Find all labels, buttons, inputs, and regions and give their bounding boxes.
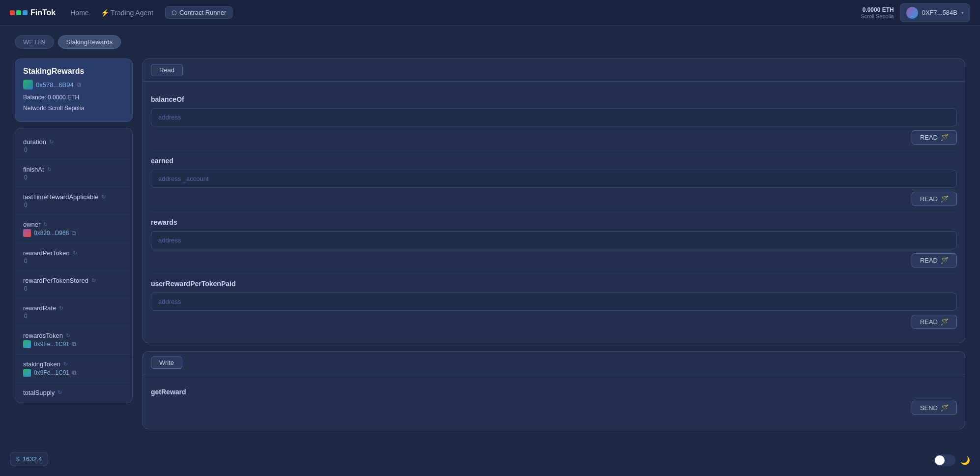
theme-toggle-switch[interactable]	[934, 454, 955, 466]
contract-balance: Balance: 0.0000 ETH	[23, 92, 124, 103]
logo-green-block	[16, 10, 21, 15]
fn-rewards-address-input[interactable]	[151, 231, 957, 249]
contract-address: 0x578...6B94 ⧉	[23, 80, 124, 89]
layout: StakingRewards 0x578...6B94 ⧉ Balance: 0…	[15, 59, 965, 429]
main-content: WETH9 StakingRewards StakingRewards 0x57…	[0, 26, 980, 439]
copy-rewardstoken-icon[interactable]: ⧉	[72, 341, 77, 348]
methods-list: duration ↻ 0 finishAt ↻ 0	[15, 128, 133, 403]
fn-getreward: getReward SEND 🪄	[151, 382, 957, 421]
refresh-icon[interactable]: ↻	[58, 389, 62, 396]
read-wand-icon: 🪄	[941, 318, 949, 326]
fn-earned-read-button[interactable]: READ 🪄	[912, 192, 957, 206]
dollar-icon: $	[16, 456, 20, 463]
read-section-header: Read	[143, 59, 965, 82]
refresh-icon[interactable]: ↻	[73, 250, 77, 256]
fn-getreward-actions: SEND 🪄	[151, 401, 957, 415]
rewardstoken-avatar	[23, 340, 31, 348]
logo-red-block	[10, 10, 15, 15]
send-wand-icon: 🪄	[941, 404, 949, 412]
fn-balanceof: balanceOf READ 🪄	[151, 89, 957, 151]
navbar-right: 0.0000 ETH Scroll Sepolia 0XF7...584B ▾	[861, 3, 970, 22]
brand: FinTok	[10, 8, 56, 17]
brand-logo	[10, 10, 28, 15]
write-tab[interactable]: Write	[151, 357, 182, 369]
method-duration[interactable]: duration ↻ 0	[15, 134, 132, 157]
write-section: Write getReward SEND 🪄	[143, 351, 965, 429]
write-section-body: getReward SEND 🪄	[143, 374, 965, 429]
wallet-address: 0XF7...584B	[922, 9, 957, 16]
contract-tabs: WETH9 StakingRewards	[15, 35, 965, 49]
method-rewardpertokenstored[interactable]: rewardPerTokenStored ↻ 0	[15, 273, 132, 296]
toggle-knob	[935, 455, 945, 465]
nav-trading-agent[interactable]: ⚡ Trading Agent	[101, 9, 153, 17]
fn-userrewardpertokenpaid-actions: READ 🪄	[151, 315, 957, 329]
fn-balanceof-actions: READ 🪄	[151, 130, 957, 145]
right-panel: Read balanceOf READ 🪄	[143, 59, 965, 429]
fn-earned-name: earned	[151, 157, 957, 165]
method-rewardpertoken[interactable]: rewardPerToken ↻ 0	[15, 245, 132, 268]
method-lasttimereward[interactable]: lastTimeRewardApplicable ↻ 0	[15, 189, 132, 212]
fn-balanceof-read-button[interactable]: READ 🪄	[912, 130, 957, 145]
fn-balanceof-name: balanceOf	[151, 95, 957, 103]
method-stakingtoken[interactable]: stakingToken ↻ 0x9Fe...1C91 ⧉	[15, 357, 132, 381]
refresh-icon[interactable]: ↻	[59, 305, 63, 311]
contract-avatar	[23, 80, 33, 89]
tab-weth9[interactable]: WETH9	[15, 35, 54, 49]
refresh-icon[interactable]: ↻	[49, 139, 54, 145]
tab-staking-rewards[interactable]: StakingRewards	[58, 35, 121, 49]
fn-balanceof-address-input[interactable]	[151, 108, 957, 126]
write-section-header: Write	[143, 352, 965, 374]
contract-runner-icon: ⬡	[172, 9, 176, 16]
contract-network: Network: Scroll Sepolia	[23, 103, 124, 114]
method-owner[interactable]: owner ↻ 0x820...D968 ⧉	[15, 217, 132, 241]
method-rewardstoken[interactable]: rewardsToken ↻ 0x9Fe...1C91 ⧉	[15, 328, 132, 352]
refresh-icon[interactable]: ↻	[47, 166, 52, 173]
contract-meta: Balance: 0.0000 ETH Network: Scroll Sepo…	[23, 92, 124, 114]
read-section-body: balanceOf READ 🪄 earned	[143, 82, 965, 343]
fn-getreward-send-button[interactable]: SEND 🪄	[912, 401, 957, 415]
read-wand-icon: 🪄	[941, 257, 949, 264]
refresh-icon[interactable]: ↻	[63, 361, 68, 367]
eth-info: 0.0000 ETH Scroll Sepolia	[861, 6, 894, 19]
fn-userrewardpertokenpaid-read-button[interactable]: READ 🪄	[912, 315, 957, 329]
read-section: Read balanceOf READ 🪄	[143, 59, 965, 343]
refresh-icon[interactable]: ↻	[43, 221, 48, 228]
contract-name: StakingRewards	[23, 67, 124, 76]
navbar: FinTok Home ⚡ Trading Agent ⬡ Contract R…	[0, 0, 980, 26]
refresh-icon[interactable]: ↻	[101, 194, 106, 200]
copy-stakingtoken-icon[interactable]: ⧉	[72, 369, 77, 376]
counter-value: 1632.4	[23, 455, 42, 463]
fn-rewards-actions: READ 🪄	[151, 253, 957, 268]
read-tab[interactable]: Read	[151, 64, 183, 76]
method-rewardrate[interactable]: rewardRate ↻ 0	[15, 300, 132, 324]
fn-rewards: rewards READ 🪄	[151, 212, 957, 274]
method-finishat[interactable]: finishAt ↻ 0	[15, 162, 132, 185]
fn-earned-actions: READ 🪄	[151, 192, 957, 206]
fn-userrewardpertokenpaid: userRewardPerTokenPaid READ 🪄	[151, 274, 957, 335]
eth-network: Scroll Sepolia	[861, 13, 894, 19]
refresh-icon[interactable]: ↻	[66, 332, 70, 339]
price-counter: $ 1632.4	[10, 452, 48, 466]
wallet-avatar	[906, 7, 918, 19]
stakingtoken-avatar	[23, 369, 31, 377]
nav-home[interactable]: Home	[70, 9, 88, 17]
theme-toggle: 🌙	[934, 454, 970, 466]
copy-address-icon[interactable]: ⧉	[77, 81, 81, 88]
trading-icon: ⚡	[101, 9, 109, 17]
fn-userrewardpertokenpaid-address-input[interactable]	[151, 293, 957, 311]
fn-earned-account-input[interactable]	[151, 170, 957, 188]
nav-contract-runner[interactable]: ⬡ Contract Runner	[165, 6, 232, 19]
moon-icon: 🌙	[960, 456, 970, 465]
eth-amount: 0.0000 ETH	[861, 6, 894, 13]
copy-owner-icon[interactable]: ⧉	[72, 230, 76, 237]
fn-getreward-name: getReward	[151, 388, 957, 396]
read-wand-icon: 🪄	[941, 195, 949, 203]
left-panel: StakingRewards 0x578...6B94 ⧉ Balance: 0…	[15, 59, 133, 403]
contract-info-card: StakingRewards 0x578...6B94 ⧉ Balance: 0…	[15, 59, 133, 122]
logo-blue-block	[23, 10, 28, 15]
wallet-button[interactable]: 0XF7...584B ▾	[900, 3, 970, 22]
refresh-icon[interactable]: ↻	[91, 277, 96, 284]
contract-address-text: 0x578...6B94	[36, 81, 74, 89]
fn-rewards-read-button[interactable]: READ 🪄	[912, 253, 957, 268]
method-totalsupply[interactable]: totalSupply ↻	[15, 385, 132, 401]
